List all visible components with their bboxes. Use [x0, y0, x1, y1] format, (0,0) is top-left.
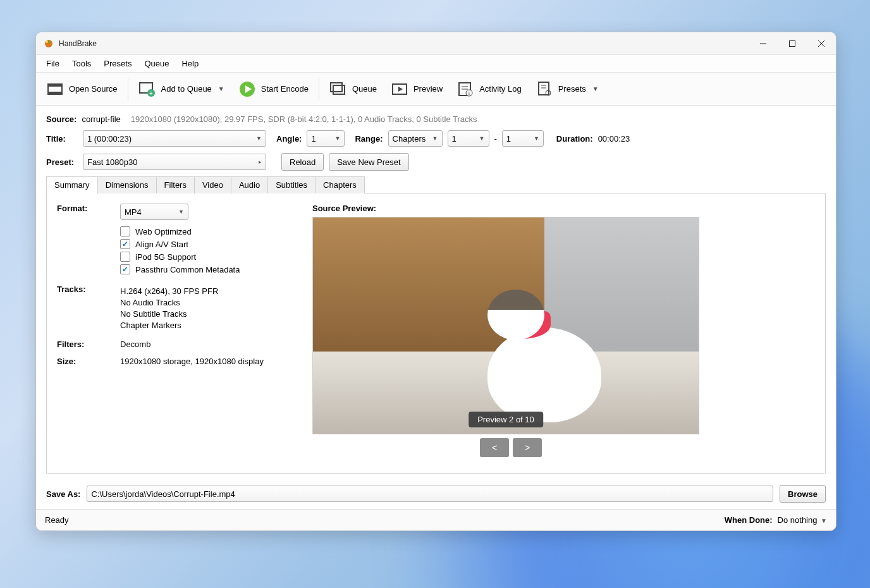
handbrake-window: HandBrake File Tools Presets Queue Help … [35, 32, 836, 531]
svg-point-2 [46, 40, 48, 43]
chevron-down-icon: ▼ [821, 517, 827, 524]
preview-column: Source Preview: Preview 2 of 10 < > [312, 204, 815, 463]
checkbox-icon [120, 264, 130, 274]
preview-label: Preview [414, 84, 443, 94]
checkbox-icon [120, 252, 130, 262]
tab-filters[interactable]: Filters [156, 176, 195, 193]
menu-presets[interactable]: Presets [99, 57, 137, 70]
save-new-preset-button[interactable]: Save New Preset [329, 153, 408, 171]
preview-next-button[interactable]: > [513, 438, 542, 457]
reload-button[interactable]: Reload [281, 153, 324, 171]
add-to-queue-button[interactable]: + Add to Queue ▼ [132, 77, 231, 102]
chevron-down-icon: ▼ [178, 209, 184, 215]
tab-video[interactable]: Video [194, 176, 231, 193]
statusbar: Ready When Done: Do nothing ▼ [36, 509, 836, 530]
activity-log-label: Activity Log [479, 84, 521, 94]
activity-log-button[interactable]: i Activity Log [450, 77, 527, 102]
range-to: 1 [506, 134, 511, 144]
menu-tools[interactable]: Tools [67, 57, 96, 70]
range-sep: - [494, 134, 497, 144]
open-source-label: Open Source [69, 84, 118, 94]
preset-value: Fast 1080p30 [87, 157, 138, 167]
app-icon [44, 39, 54, 49]
save-as-input[interactable] [87, 486, 773, 502]
chevron-down-icon: ▼ [335, 135, 341, 142]
preset-select[interactable]: Fast 1080p30▸ [83, 154, 266, 170]
when-done-label: When Done: [725, 515, 773, 525]
menu-queue[interactable]: Queue [139, 57, 174, 70]
tab-summary[interactable]: Summary [46, 176, 98, 193]
size-label: Size: [57, 357, 114, 366]
tab-subtitles[interactable]: Subtitles [267, 176, 316, 193]
menu-help[interactable]: Help [176, 57, 204, 70]
save-as-label: Save As: [46, 489, 80, 499]
svg-rect-9 [48, 92, 62, 94]
source-preview-label: Source Preview: [312, 204, 815, 213]
chevron-down-icon: ▼ [592, 85, 599, 92]
svg-rect-1 [48, 40, 49, 43]
align-av-label: Align A/V Start [135, 240, 188, 249]
minimize-button[interactable] [749, 32, 778, 55]
preview-nav: < > [480, 438, 815, 457]
duration-value: 00:00:23 [598, 134, 630, 144]
passthru-meta-checkbox[interactable]: Passthru Common Metadata [120, 264, 297, 274]
presets-icon [536, 80, 553, 98]
menubar: File Tools Presets Queue Help [36, 55, 836, 73]
menu-file[interactable]: File [41, 57, 64, 70]
angle-label: Angle: [276, 134, 302, 144]
range-mode: Chapters [393, 134, 426, 144]
preview-icon [391, 80, 408, 98]
content-area: Source: corrupt-file 1920x1080 (1920x108… [36, 106, 836, 176]
tab-chapters[interactable]: Chapters [315, 176, 365, 193]
title-select[interactable]: 1 (00:00:23)▼ [83, 130, 266, 147]
presets-button[interactable]: Presets ▼ [529, 77, 605, 102]
passthru-meta-label: Passthru Common Metadata [135, 265, 240, 274]
image-plus-icon: + [138, 80, 156, 98]
preset-row: Preset: Fast 1080p30▸ Reload Save New Pr… [46, 153, 826, 171]
checkbox-icon [120, 226, 130, 236]
maximize-button[interactable] [778, 32, 807, 55]
chevron-down-icon: ▼ [256, 135, 262, 142]
track-line: Chapter Markers [120, 321, 297, 330]
source-label: Source: [46, 114, 77, 124]
toolbar-separator [319, 78, 319, 101]
range-from-select[interactable]: 1▼ [448, 130, 489, 147]
angle-select[interactable]: 1▼ [307, 130, 345, 147]
open-source-button[interactable]: Open Source [40, 77, 124, 102]
tab-audio[interactable]: Audio [231, 176, 268, 193]
svg-rect-24 [539, 82, 549, 95]
chevron-down-icon: ▼ [479, 135, 485, 142]
range-to-select[interactable]: 1▼ [502, 130, 544, 147]
cat-illustration [475, 283, 614, 422]
when-done-select[interactable]: Do nothing ▼ [778, 515, 827, 525]
ipod-5g-checkbox[interactable]: iPod 5G Support [120, 252, 297, 262]
range-mode-select[interactable]: Chapters▼ [388, 130, 443, 147]
preview-button[interactable]: Preview [384, 77, 449, 102]
checkbox-icon [120, 239, 130, 249]
format-select[interactable]: MP4▼ [120, 204, 188, 220]
filters-label: Filters: [57, 340, 114, 349]
browse-button[interactable]: Browse [780, 485, 826, 503]
align-av-checkbox[interactable]: Align A/V Start [120, 239, 297, 249]
range-label: Range: [355, 134, 383, 144]
start-encode-button[interactable]: Start Encode [232, 77, 315, 102]
queue-button[interactable]: Queue [323, 77, 383, 102]
svg-text:i: i [469, 90, 470, 96]
ipod-5g-label: iPod 5G Support [135, 252, 196, 262]
source-name: corrupt-file [82, 114, 120, 124]
window-title: HandBrake [59, 39, 749, 48]
preset-label: Preset: [46, 157, 78, 167]
chevron-down-icon: ▼ [218, 85, 224, 92]
tab-dimensions[interactable]: Dimensions [97, 176, 157, 193]
title-row: Title: 1 (00:00:23)▼ Angle: 1▼ Range: Ch… [46, 130, 826, 147]
svg-marker-18 [398, 87, 403, 92]
web-optimized-checkbox[interactable]: Web Optimized [120, 226, 297, 236]
play-icon [238, 80, 256, 98]
summary-left: Format: MP4▼ Web Optimized Align A/V Sta… [57, 204, 297, 463]
preview-prev-button[interactable]: < [480, 438, 509, 457]
close-button[interactable] [807, 32, 836, 55]
svg-rect-4 [790, 40, 795, 46]
chevron-down-icon: ▼ [432, 135, 438, 142]
svg-rect-15 [331, 83, 342, 92]
preview-counter-badge: Preview 2 of 10 [469, 412, 543, 427]
